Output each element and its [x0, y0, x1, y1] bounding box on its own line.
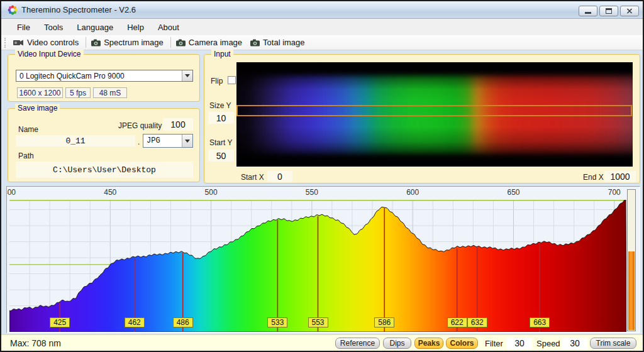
start-y-label: Start Y — [209, 138, 232, 147]
input-panel: Input Flip Size Y 10 Start Y 50 Start X … — [204, 54, 640, 184]
x-axis-tick: 600 — [403, 188, 422, 197]
camera-icon — [250, 39, 260, 47]
start-x-field[interactable]: 0 — [267, 171, 292, 182]
tool-btn-label: Camera image — [189, 38, 242, 47]
peak-label: 622 — [447, 317, 467, 327]
panel-title: Input — [211, 50, 233, 58]
camera-icon — [176, 39, 186, 47]
peak-label: 486 — [173, 317, 193, 327]
save-image-panel: Save image JPEG quality 100 Name 0_11 . … — [8, 108, 200, 182]
close-button[interactable] — [620, 6, 639, 16]
panel-title: Video Input Device — [15, 50, 84, 58]
x-axis-tick: 500 — [202, 188, 221, 197]
path-label: Path — [18, 151, 34, 160]
tool-btn-label: Total image — [263, 38, 304, 47]
window-title: Theremino Spectrometer - V2.6 — [21, 5, 136, 14]
spectrum-plot: 425462486533553586622632663 — [9, 200, 626, 332]
capture-region-selector[interactable] — [236, 105, 632, 116]
jpeg-quality-label: JPEG quality — [118, 121, 162, 130]
start-y-field[interactable]: 50 — [208, 150, 234, 162]
chevron-down-icon[interactable] — [182, 70, 192, 81]
tool-btn-label: Spectrum image — [104, 38, 164, 47]
app-window: Theremino Spectrometer - V2.6 File Tools… — [0, 0, 644, 352]
exposure-readout: 48 mS — [93, 87, 127, 98]
colors-button[interactable]: Colors — [446, 338, 478, 349]
panel-title: Save image — [15, 104, 60, 113]
x-axis-tick: 700 — [605, 188, 624, 197]
dips-button[interactable]: Dips — [383, 338, 411, 349]
menu-bar: File Tools Language Help About — [1, 19, 643, 35]
peak-label: 663 — [530, 317, 550, 327]
camera-icon — [91, 39, 101, 47]
peak-label: 462 — [125, 317, 145, 327]
spectrum-chart[interactable]: 400450500550600650700 425462486533553586… — [6, 186, 640, 333]
level-meter-fill — [628, 251, 635, 330]
total-image-button[interactable]: Total image — [247, 36, 309, 48]
spectrum-image-button[interactable]: Spectrum image — [88, 36, 169, 48]
minimize-icon — [585, 12, 591, 14]
speed-label: Speed — [536, 339, 560, 348]
video-camera-icon — [13, 39, 24, 47]
resolution-readout: 1600 x 1200 — [17, 87, 63, 98]
video-device-value: 0 Logitech QuickCam Pro 9000 — [16, 72, 182, 80]
peak-label: 586 — [374, 317, 394, 327]
maximize-icon — [606, 8, 612, 14]
toolbar: Video controls Spectrum image Camera ima… — [1, 35, 643, 50]
reference-button[interactable]: Reference — [335, 338, 380, 349]
menu-language[interactable]: Language — [70, 20, 120, 35]
max-wavelength-readout: Max: 708 nm — [10, 338, 61, 348]
minimize-button[interactable] — [579, 6, 597, 16]
peak-label: 533 — [267, 317, 287, 327]
camera-image-button[interactable]: Camera image — [173, 36, 247, 48]
x-axis-tick: 650 — [504, 188, 523, 197]
menu-file[interactable]: File — [10, 20, 37, 35]
toolbar-separator — [170, 37, 171, 48]
end-x-label: End X — [583, 173, 604, 182]
menu-help[interactable]: Help — [120, 20, 151, 35]
start-x-label: Start X — [241, 173, 264, 182]
peak-label: 553 — [308, 317, 328, 327]
video-controls-button[interactable]: Video controls — [10, 36, 84, 48]
menu-tools[interactable]: Tools — [37, 20, 70, 35]
dot-separator: . — [138, 138, 140, 146]
name-label: Name — [18, 125, 38, 134]
path-field[interactable]: C:\Users\User\Desktop — [16, 162, 193, 178]
chevron-down-icon[interactable] — [182, 135, 192, 147]
fps-readout: 5 fps — [65, 87, 91, 98]
x-axis-tick: 400 — [6, 188, 19, 197]
format-value: JPG — [143, 136, 182, 145]
tool-btn-label: Video controls — [27, 38, 79, 47]
x-axis-tick: 450 — [101, 188, 119, 197]
menu-about[interactable]: About — [151, 20, 186, 35]
video-input-panel: Video Input Device 0 Logitech QuickCam P… — [8, 54, 200, 102]
toolbar-separator — [86, 37, 86, 48]
speed-field[interactable]: 30 — [562, 338, 587, 349]
toolbar-grip[interactable] — [4, 38, 6, 48]
trim-scale-button[interactable]: Trim scale — [590, 338, 636, 349]
camera-spectrum-image — [236, 62, 633, 167]
spectrum-area-svg — [9, 200, 626, 332]
level-meter — [627, 189, 636, 331]
content-area: Video Input Device 0 Logitech QuickCam P… — [1, 50, 643, 351]
peak-label: 632 — [467, 317, 487, 327]
status-bar: Max: 708 nm Reference Dips Peaks Colors … — [1, 334, 643, 351]
close-icon — [626, 8, 633, 14]
size-y-label: Size Y — [209, 101, 231, 110]
peak-label: 425 — [50, 317, 70, 327]
peaks-button[interactable]: Peaks — [414, 338, 443, 349]
filter-label: Filter — [485, 339, 503, 348]
title-bar[interactable]: Theremino Spectrometer - V2.6 — [1, 1, 643, 19]
jpeg-quality-field[interactable]: 100 — [163, 118, 193, 131]
end-x-field[interactable]: 1000 — [604, 171, 636, 182]
x-axis-tick: 550 — [303, 188, 321, 197]
video-device-select[interactable]: 0 Logitech QuickCam Pro 9000 — [16, 70, 193, 82]
app-logo-icon — [8, 5, 18, 15]
file-name-field[interactable]: 0_11 — [16, 135, 135, 146]
flip-checkbox[interactable] — [228, 76, 236, 84]
filter-field[interactable]: 30 — [507, 338, 532, 349]
flip-label: Flip — [211, 77, 223, 85]
maximize-button[interactable] — [599, 6, 618, 16]
size-y-field[interactable]: 10 — [208, 112, 234, 124]
format-select[interactable]: JPG — [143, 134, 193, 148]
